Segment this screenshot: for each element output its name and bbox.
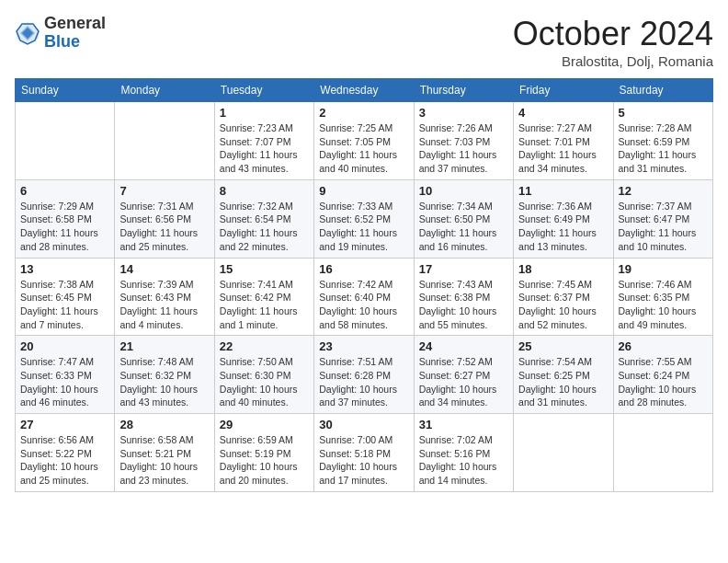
calendar-cell: 8Sunrise: 7:32 AM Sunset: 6:54 PM Daylig… [214,179,313,258]
calendar-cell: 13Sunrise: 7:38 AM Sunset: 6:45 PM Dayli… [16,258,115,336]
day-info: Sunrise: 7:42 AM Sunset: 6:40 PM Dayligh… [319,278,408,332]
day-info: Sunrise: 7:38 AM Sunset: 6:45 PM Dayligh… [20,278,109,332]
day-number: 23 [319,339,408,353]
day-info: Sunrise: 7:26 AM Sunset: 7:03 PM Dayligh… [419,121,508,176]
day-number: 6 [20,184,109,198]
day-number: 25 [518,339,608,353]
calendar-cell [514,414,613,492]
day-number: 13 [20,262,109,276]
day-info: Sunrise: 7:36 AM Sunset: 6:49 PM Dayligh… [518,200,608,254]
calendar-cell: 2Sunrise: 7:25 AM Sunset: 7:05 PM Daylig… [314,102,414,180]
day-info: Sunrise: 6:58 AM Sunset: 5:21 PM Dayligh… [119,433,209,488]
day-info: Sunrise: 6:56 AM Sunset: 5:22 PM Dayligh… [20,433,109,488]
calendar-cell: 21Sunrise: 7:48 AM Sunset: 6:32 PM Dayli… [115,336,214,414]
location-subtitle: Bralostita, Dolj, Romania [513,53,713,69]
day-info: Sunrise: 7:46 AM Sunset: 6:35 PM Dayligh… [619,278,708,332]
day-info: Sunrise: 7:48 AM Sunset: 6:32 PM Dayligh… [119,355,209,409]
calendar-week-1: 1Sunrise: 7:23 AM Sunset: 7:07 PM Daylig… [16,102,713,180]
day-info: Sunrise: 7:39 AM Sunset: 6:43 PM Dayligh… [119,278,209,332]
calendar-cell [16,102,115,180]
day-info: Sunrise: 7:47 AM Sunset: 6:33 PM Dayligh… [20,355,109,409]
calendar-cell: 18Sunrise: 7:45 AM Sunset: 6:37 PM Dayli… [514,258,613,336]
calendar-cell: 4Sunrise: 7:27 AM Sunset: 7:01 PM Daylig… [514,102,613,180]
day-number: 7 [119,184,209,198]
calendar-cell: 7Sunrise: 7:31 AM Sunset: 6:56 PM Daylig… [115,179,214,258]
month-title: October 2024 [513,15,713,53]
day-number: 21 [119,339,209,353]
day-info: Sunrise: 7:45 AM Sunset: 6:37 PM Dayligh… [518,278,608,332]
header-wednesday: Wednesday [314,79,414,102]
day-number: 28 [119,418,209,431]
day-number: 12 [619,184,708,198]
calendar-cell: 29Sunrise: 6:59 AM Sunset: 5:19 PM Dayli… [214,414,313,492]
calendar-cell: 24Sunrise: 7:52 AM Sunset: 6:27 PM Dayli… [414,336,513,414]
day-number: 8 [220,184,309,198]
calendar-cell: 20Sunrise: 7:47 AM Sunset: 6:33 PM Dayli… [16,336,115,414]
calendar-cell: 19Sunrise: 7:46 AM Sunset: 6:35 PM Dayli… [613,258,712,336]
calendar-week-5: 27Sunrise: 6:56 AM Sunset: 5:22 PM Dayli… [16,414,713,492]
day-number: 16 [319,262,408,276]
day-number: 1 [220,106,309,120]
calendar-cell: 3Sunrise: 7:26 AM Sunset: 7:03 PM Daylig… [414,102,513,180]
day-number: 5 [619,106,708,120]
day-info: Sunrise: 7:43 AM Sunset: 6:38 PM Dayligh… [419,278,508,332]
day-info: Sunrise: 7:00 AM Sunset: 5:18 PM Dayligh… [319,433,408,488]
day-info: Sunrise: 7:55 AM Sunset: 6:24 PM Dayligh… [619,355,708,409]
calendar-cell: 26Sunrise: 7:55 AM Sunset: 6:24 PM Dayli… [613,336,712,414]
page-header: General Blue October 2024 Bralostita, Do… [15,15,713,69]
calendar-cell: 27Sunrise: 6:56 AM Sunset: 5:22 PM Dayli… [16,414,115,492]
day-info: Sunrise: 7:52 AM Sunset: 6:27 PM Dayligh… [419,355,508,409]
header-thursday: Thursday [414,79,513,102]
logo-text: General Blue [44,15,106,52]
calendar-cell: 25Sunrise: 7:54 AM Sunset: 6:25 PM Dayli… [514,336,613,414]
calendar-cell [613,414,712,492]
calendar-table: Sunday Monday Tuesday Wednesday Thursday… [15,78,713,492]
day-info: Sunrise: 7:50 AM Sunset: 6:30 PM Dayligh… [220,355,309,409]
calendar-week-3: 13Sunrise: 7:38 AM Sunset: 6:45 PM Dayli… [16,258,713,336]
calendar-cell: 31Sunrise: 7:02 AM Sunset: 5:16 PM Dayli… [414,414,513,492]
day-number: 10 [419,184,508,198]
calendar-cell [115,102,214,180]
calendar-cell: 12Sunrise: 7:37 AM Sunset: 6:47 PM Dayli… [613,179,712,258]
day-info: Sunrise: 7:34 AM Sunset: 6:50 PM Dayligh… [419,200,508,254]
day-number: 15 [220,262,309,276]
day-info: Sunrise: 6:59 AM Sunset: 5:19 PM Dayligh… [220,433,309,488]
day-info: Sunrise: 7:23 AM Sunset: 7:07 PM Dayligh… [220,121,309,176]
calendar-cell: 1Sunrise: 7:23 AM Sunset: 7:07 PM Daylig… [214,102,313,180]
day-info: Sunrise: 7:41 AM Sunset: 6:42 PM Dayligh… [220,278,309,332]
header-tuesday: Tuesday [214,79,313,102]
day-info: Sunrise: 7:31 AM Sunset: 6:56 PM Dayligh… [119,200,209,254]
day-number: 17 [419,262,508,276]
day-number: 18 [518,262,608,276]
calendar-cell: 30Sunrise: 7:00 AM Sunset: 5:18 PM Dayli… [314,414,414,492]
day-info: Sunrise: 7:25 AM Sunset: 7:05 PM Dayligh… [319,121,408,176]
calendar-cell: 10Sunrise: 7:34 AM Sunset: 6:50 PM Dayli… [414,179,513,258]
day-number: 9 [319,184,408,198]
day-info: Sunrise: 7:29 AM Sunset: 6:58 PM Dayligh… [20,200,109,254]
day-info: Sunrise: 7:33 AM Sunset: 6:52 PM Dayligh… [319,200,408,254]
day-info: Sunrise: 7:32 AM Sunset: 6:54 PM Dayligh… [220,200,309,254]
day-info: Sunrise: 7:28 AM Sunset: 6:59 PM Dayligh… [619,121,708,176]
day-number: 26 [619,339,708,353]
calendar-cell: 22Sunrise: 7:50 AM Sunset: 6:30 PM Dayli… [214,336,313,414]
logo-icon [15,20,40,46]
day-number: 11 [518,184,608,198]
calendar-cell: 9Sunrise: 7:33 AM Sunset: 6:52 PM Daylig… [314,179,414,258]
header-monday: Monday [115,79,214,102]
day-number: 22 [220,339,309,353]
day-number: 29 [220,418,309,431]
calendar-cell: 15Sunrise: 7:41 AM Sunset: 6:42 PM Dayli… [214,258,313,336]
day-number: 19 [619,262,708,276]
title-block: October 2024 Bralostita, Dolj, Romania [513,15,713,69]
calendar-header-row: Sunday Monday Tuesday Wednesday Thursday… [16,79,713,102]
day-number: 31 [419,418,508,431]
calendar-cell: 5Sunrise: 7:28 AM Sunset: 6:59 PM Daylig… [613,102,712,180]
day-info: Sunrise: 7:37 AM Sunset: 6:47 PM Dayligh… [619,200,708,254]
calendar-week-4: 20Sunrise: 7:47 AM Sunset: 6:33 PM Dayli… [16,336,713,414]
header-friday: Friday [514,79,613,102]
calendar-week-2: 6Sunrise: 7:29 AM Sunset: 6:58 PM Daylig… [16,179,713,258]
day-number: 24 [419,339,508,353]
calendar-cell: 16Sunrise: 7:42 AM Sunset: 6:40 PM Dayli… [314,258,414,336]
day-number: 30 [319,418,408,431]
header-saturday: Saturday [613,79,712,102]
